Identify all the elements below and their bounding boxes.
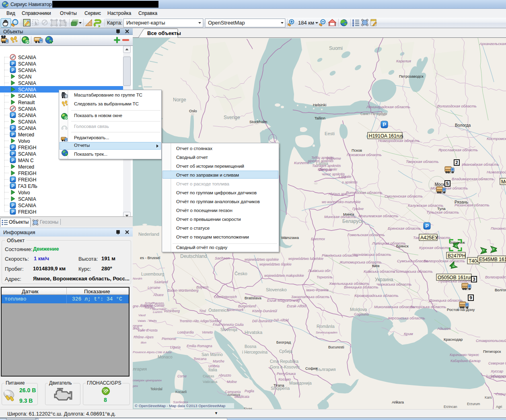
svg-text:Volvo: Volvo: [18, 190, 30, 196]
svg-text:Valle d'Aosta: Valle d'Aosta: [138, 328, 158, 332]
svg-text:Ярославская область: Ярославская область: [438, 148, 478, 152]
svg-text:Ленинградская область: Ленинградская область: [366, 105, 410, 109]
svg-text:Тульская область: Тульская область: [426, 210, 459, 214]
svg-text:Saarland: Saarland: [154, 280, 168, 284]
svg-text:Владимирская область: Владимирская область: [452, 177, 494, 181]
svg-text:Крим: Крим: [404, 331, 413, 336]
svg-text:P: P: [11, 126, 14, 130]
svg-text:3: 3: [473, 277, 475, 282]
svg-text:Észak-Alföld: Észak-Alföld: [287, 304, 306, 308]
svg-text:Кіровоградська область: Кіровоградська область: [354, 293, 399, 298]
svg-text:северен централен: северен централен: [133, 379, 162, 382]
svg-text:SCANIA: SCANIA: [18, 113, 36, 118]
svg-text:SCANIA: SCANIA: [18, 196, 36, 202]
svg-text:Baden-Württemberg: Baden-Württemberg: [167, 288, 199, 292]
svg-text:Минская область: Минская область: [324, 214, 356, 219]
svg-text:Bratislava: Bratislava: [245, 296, 261, 300]
svg-text:Ивановская область: Ивановская область: [462, 162, 499, 167]
svg-text:wo warmińsko-mazurskie: wo warmińsko-mazurskie: [322, 200, 361, 204]
svg-text:Смоленская область: Смоленская область: [385, 194, 423, 198]
svg-text:Dél-Alföld: Dél-Alföld: [274, 318, 288, 322]
svg-text:О505ОВ 161rus: О505ОВ 161rus: [438, 275, 473, 280]
svg-text:საქართველ: საქართველ: [486, 374, 506, 379]
svg-text:Հայաստ: Հայաստ: [495, 392, 506, 396]
svg-text:Петрозаводск: Петрозаводск: [399, 74, 424, 78]
svg-text:es - Brussel: es - Brussel: [140, 255, 160, 260]
svg-text:Slovenija: Slovenija: [220, 327, 237, 332]
svg-text:ГАЗ ЕЛЬ: ГАЗ ЕЛЬ: [18, 183, 37, 189]
svg-text:Карта:: Карта:: [107, 20, 122, 26]
svg-text:SCAN: SCAN: [18, 74, 31, 80]
svg-text:P: P: [11, 68, 14, 72]
svg-text:Ставропольский кр: Ставропольский кр: [476, 338, 506, 343]
svg-text:Molise: Molise: [227, 380, 237, 384]
svg-text:FREIGH: FREIGH: [18, 177, 36, 183]
svg-text:Брестск: Брестск: [311, 237, 325, 241]
svg-text:województwo śląskie: województwo śląskie: [259, 262, 292, 266]
svg-text:Донецька область: Донецька область: [429, 298, 463, 303]
svg-text:Österreich: Österreich: [208, 308, 229, 313]
svg-text:Рівненська область: Рівненська область: [322, 253, 358, 257]
svg-text:Luxembourg: Luxembourg: [141, 272, 165, 276]
svg-text:Брянская область: Брянская область: [388, 226, 421, 231]
svg-text:P: P: [11, 177, 14, 182]
svg-text:Tirana: Tirana: [274, 383, 284, 387]
svg-text:Deutschland: Deutschland: [180, 253, 207, 259]
svg-text:184 км: 184 км: [298, 20, 314, 26]
svg-text:Србија: Србија: [279, 349, 292, 354]
svg-text:Волгоградска: Волгоградска: [485, 275, 506, 279]
svg-text:Пятигорск: Пятигорск: [483, 349, 501, 354]
svg-text:Eesti: Eesti: [325, 131, 335, 136]
svg-text:Slovensko: Slovensko: [266, 287, 287, 292]
svg-text:Vidzeme: Vidzeme: [326, 156, 341, 161]
svg-text:Полтавська область: Полтавська область: [394, 269, 433, 274]
svg-text:Corse: Corse: [177, 374, 187, 378]
svg-text:Emilia-Romagna: Emilia-Romagna: [187, 344, 212, 348]
svg-text:Македонија: Македонија: [289, 381, 312, 385]
svg-text:Волгог: Волгог: [495, 288, 506, 292]
svg-text:Renault: Renault: [18, 100, 35, 105]
svg-text:Nederland: Nederland: [138, 232, 159, 237]
svg-text:Provence-Alpes-Côte d Azur: Provence-Alpes-Côte d Azur: [133, 350, 172, 354]
svg-text:SCANIA: SCANIA: [18, 106, 36, 112]
svg-text:5: 5: [446, 181, 449, 186]
svg-text:Kars: Kars: [485, 395, 492, 399]
svg-text:P: P: [11, 183, 14, 188]
svg-text:Merced: Merced: [18, 164, 34, 170]
svg-text:Közép-Dunántúl: Közép-Dunántúl: [252, 309, 278, 313]
svg-text:województwo małopolskie: województwo małopolskie: [264, 274, 304, 278]
svg-text:SCANIA: SCANIA: [18, 80, 36, 86]
svg-text:Kurzeme: Kurzeme: [294, 161, 309, 165]
svg-text:- Република: - Република: [274, 371, 296, 376]
svg-text:Veneto: Veneto: [202, 330, 213, 334]
svg-text:Lorraine: Lorraine: [148, 286, 160, 290]
svg-text:Витебская область: Витебская область: [346, 190, 383, 195]
svg-text:San Marino: San Marino: [202, 352, 223, 357]
svg-text:Italia: Italia: [208, 368, 217, 372]
svg-text:2: 2: [455, 160, 458, 165]
svg-text:Северная О: Северная О: [488, 361, 506, 365]
svg-text:Івано-Франків: Івано-Франків: [306, 288, 329, 292]
svg-text:Чернігівська область: Чернігівська область: [352, 252, 391, 257]
svg-text:Gora e-Kosovës: Gora e-Kosovës: [270, 365, 300, 369]
svg-text:Vaud: Vaud: [138, 313, 146, 317]
svg-text:Bucuresti: Bucuresti: [328, 345, 344, 349]
svg-text:Crna Republika: Crna Republika: [270, 359, 298, 364]
svg-text:Merced: Merced: [18, 132, 34, 138]
svg-text:Puglia: Puglia: [245, 389, 254, 393]
svg-text:Львівська обл: Львівська обл: [308, 269, 331, 273]
svg-text:SCANIA: SCANIA: [18, 68, 36, 73]
svg-text:Helsinki: Helsinki: [313, 103, 326, 107]
svg-text:SCANIA: SCANIA: [18, 151, 36, 157]
svg-text:Zemgale: Zemgale: [318, 168, 332, 172]
svg-text:Київська область: Київська область: [364, 269, 395, 274]
svg-text:P: P: [11, 145, 14, 150]
svg-text:Severozapaden: Severozapaden: [316, 331, 337, 334]
svg-text:рен: рен: [133, 384, 138, 388]
svg-text:SCANIA: SCANIA: [18, 119, 36, 125]
svg-text:Нижегородск: Нижегородск: [487, 170, 506, 174]
svg-text:województwo opolskie: województwo opolskie: [245, 257, 279, 261]
svg-text:Архангельская об: Архангельская об: [479, 41, 506, 46]
svg-text:ania: ania: [133, 326, 139, 330]
svg-text:Интернет-карты: Интернет-карты: [126, 20, 165, 26]
